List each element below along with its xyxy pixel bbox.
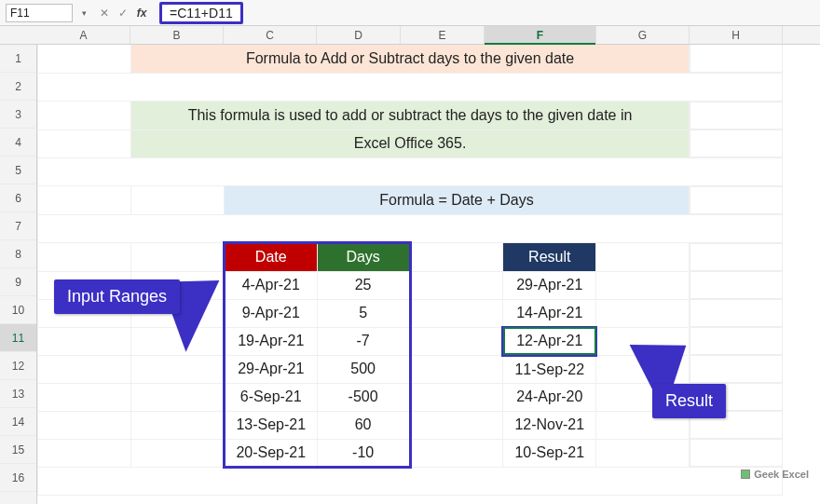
cell-B12[interactable] — [131, 355, 225, 383]
cell-E9[interactable] — [410, 271, 503, 299]
cell-E12[interactable] — [410, 355, 503, 383]
cell-E10[interactable] — [410, 299, 503, 327]
cell-C9[interactable]: 4-Apr-21 — [224, 271, 317, 299]
cell-F15[interactable]: 10-Sep-21 — [503, 439, 596, 468]
cell-H12[interactable] — [690, 355, 783, 383]
cell-H3[interactable] — [690, 102, 783, 129]
cell-C13[interactable]: 6-Sep-21 — [224, 383, 317, 411]
row-header-3[interactable]: 3 — [0, 101, 36, 129]
row-header-1[interactable]: 1 — [0, 45, 36, 73]
formula-input[interactable]: =C11+D11 — [159, 2, 243, 24]
row-header-2[interactable]: 2 — [0, 73, 36, 101]
cell-E8[interactable] — [410, 243, 503, 272]
cell-G15[interactable] — [596, 439, 690, 468]
cell-C14[interactable]: 13-Sep-21 — [224, 411, 317, 439]
cell-H11[interactable] — [690, 327, 783, 355]
row-header-16[interactable]: 16 — [0, 464, 36, 492]
header-date[interactable]: Date — [224, 243, 317, 272]
cell-D11[interactable]: -7 — [317, 327, 410, 355]
cell-row2[interactable] — [38, 74, 783, 102]
col-header-E[interactable]: E — [401, 26, 485, 44]
chevron-down-icon[interactable]: ▾ — [82, 8, 87, 18]
cell-G8[interactable] — [596, 243, 690, 272]
cell-formula-text[interactable]: Formula = Date + Days — [224, 186, 689, 215]
cell-F10[interactable]: 14-Apr-21 — [503, 299, 596, 327]
fx-icon[interactable]: fx — [135, 7, 148, 20]
cell-A3[interactable] — [38, 102, 131, 130]
header-days[interactable]: Days — [317, 243, 410, 272]
row-header-6[interactable]: 6 — [0, 184, 36, 212]
cell-C12[interactable]: 29-Apr-21 — [224, 355, 317, 383]
col-header-F[interactable]: F — [485, 26, 596, 44]
cell-F12[interactable]: 11-Sep-22 — [503, 355, 596, 383]
cell-E11[interactable] — [410, 327, 503, 355]
row-header-8[interactable]: 8 — [0, 240, 36, 268]
cell-H10[interactable] — [690, 299, 783, 327]
cell-H9[interactable] — [690, 271, 783, 299]
cell-row7[interactable] — [38, 215, 783, 243]
col-header-G[interactable]: G — [596, 26, 690, 44]
cell-B14[interactable] — [131, 411, 225, 439]
cell-D14[interactable]: 60 — [317, 411, 410, 439]
cell-E15[interactable] — [410, 439, 503, 468]
row-header-7[interactable]: 7 — [0, 212, 36, 240]
row-header-14[interactable]: 14 — [0, 408, 36, 436]
cell-H6[interactable] — [690, 186, 783, 214]
cell-A13[interactable] — [38, 383, 131, 411]
col-header-B[interactable]: B — [130, 26, 224, 44]
cell-F11[interactable]: 12-Apr-21 — [503, 327, 596, 355]
row-header-4[interactable]: 4 — [0, 129, 36, 157]
cell-A6[interactable] — [38, 186, 131, 215]
cell-D15[interactable]: -10 — [317, 439, 410, 468]
cell-F9[interactable]: 29-Apr-21 — [503, 271, 596, 299]
cell-A12[interactable] — [38, 355, 131, 383]
cell-A11[interactable] — [38, 327, 131, 355]
row-header-13[interactable]: 13 — [0, 380, 36, 408]
cells-area[interactable]: Formula to Add or Subtract days to the g… — [37, 45, 820, 504]
cell-C10[interactable]: 9-Apr-21 — [224, 299, 317, 327]
cell-row5[interactable] — [38, 158, 783, 186]
cell-A8[interactable] — [38, 243, 131, 272]
row-header-9[interactable]: 9 — [0, 268, 36, 296]
col-header-D[interactable]: D — [317, 26, 401, 44]
cell-B6[interactable] — [131, 186, 225, 215]
cell-D13[interactable]: -500 — [317, 383, 410, 411]
cell-desc1[interactable]: This formula is used to add or subtract … — [131, 102, 690, 130]
cell-D9[interactable]: 25 — [317, 271, 410, 299]
cell-F14[interactable]: 12-Nov-21 — [503, 411, 596, 439]
cell-A15[interactable] — [38, 439, 131, 468]
cell-B13[interactable] — [131, 383, 225, 411]
col-header-H[interactable]: H — [690, 26, 783, 44]
cell-A4[interactable] — [38, 129, 131, 158]
row-header-15[interactable]: 15 — [0, 436, 36, 464]
cell-desc2[interactable]: Excel Office 365. — [131, 129, 690, 158]
col-header-A[interactable]: A — [37, 26, 130, 44]
row-header-10[interactable]: 10 — [0, 296, 36, 324]
cell-D12[interactable]: 500 — [317, 355, 410, 383]
formula-input-wrap[interactable]: =C11+D11 — [159, 2, 814, 24]
cell-D10[interactable]: 5 — [317, 299, 410, 327]
cell-H1[interactable] — [690, 45, 783, 73]
name-box[interactable]: F11 — [6, 4, 73, 22]
confirm-icon[interactable]: ✓ — [116, 7, 130, 20]
cancel-icon[interactable]: ✕ — [98, 7, 111, 20]
cell-G9[interactable] — [596, 271, 690, 299]
cell-E13[interactable] — [410, 383, 503, 411]
row-header-5[interactable]: 5 — [0, 157, 36, 184]
col-header-C[interactable]: C — [224, 26, 317, 44]
cell-H4[interactable] — [690, 129, 783, 157]
cell-E14[interactable] — [410, 411, 503, 439]
cell-H8[interactable] — [690, 243, 783, 271]
cell-H15[interactable] — [690, 439, 783, 467]
cell-title[interactable]: Formula to Add or Subtract days to the g… — [131, 45, 690, 74]
cell-row16[interactable] — [38, 468, 783, 496]
cell-A1[interactable] — [38, 45, 131, 74]
cell-F13[interactable]: 24-Apr-20 — [503, 383, 596, 411]
cell-C15[interactable]: 20-Sep-21 — [224, 439, 317, 468]
row-header-11[interactable]: 11 — [0, 324, 36, 352]
cell-B15[interactable] — [131, 439, 225, 468]
row-header-12[interactable]: 12 — [0, 352, 36, 380]
cell-A14[interactable] — [38, 411, 131, 439]
cell-G10[interactable] — [596, 299, 690, 327]
header-result[interactable]: Result — [503, 243, 596, 272]
